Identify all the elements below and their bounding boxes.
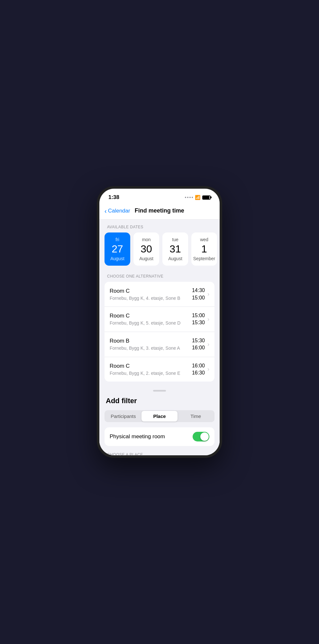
meeting-time-0: 14:30 15:00	[192, 287, 205, 301]
meeting-location-0: Fornebu, Bygg K, 4. etasje, Sone B	[110, 296, 192, 301]
alternatives-section: CHOOSE ONE ALTERNATIVE Room C Fornebu, B…	[99, 271, 220, 382]
meeting-location-2: Fornebu, Bygg K, 3. etasje, Sone A	[110, 346, 192, 351]
date-card-3[interactable]: wed 1 September	[191, 232, 217, 266]
nav-bar: ‹ Calendar Find meeting time	[99, 204, 220, 220]
toggle-label: Physical meeting room	[110, 433, 165, 440]
chevron-right-icon-0: ›	[207, 291, 209, 298]
back-button[interactable]: ‹ Calendar	[105, 208, 130, 214]
page-title: Find meeting time	[130, 207, 189, 214]
back-chevron-icon: ‹	[105, 208, 107, 214]
meeting-item-3[interactable]: Room C Fornebu, Bygg K, 2. etasje, Sone …	[105, 357, 214, 382]
chevron-right-icon-2: ›	[207, 341, 209, 348]
date-card-2[interactable]: tue 31 August	[162, 232, 188, 266]
handle-bar	[153, 390, 166, 392]
meeting-room-0: Room C	[110, 288, 192, 294]
meeting-time-3: 16:00 16:30	[192, 362, 205, 377]
signal-icon	[185, 197, 193, 198]
meeting-room-2: Room B	[110, 338, 192, 344]
sheet-handle[interactable]	[99, 387, 220, 392]
date-number-3: 1	[201, 243, 207, 255]
status-time: 1:38	[108, 194, 119, 201]
sheet-title: Add filter	[99, 392, 220, 410]
meeting-room-1: Room C	[110, 313, 192, 319]
meeting-info-0: Room C Fornebu, Bygg K, 4. etasje, Sone …	[110, 288, 192, 301]
available-dates-label: AVAILABLE DATES	[99, 220, 220, 232]
alternatives-list: Room C Fornebu, Bygg K, 4. etasje, Sone …	[105, 282, 214, 382]
date-scroll-area[interactable]: fri 27 August mon 30 August tue 31 Augus…	[99, 232, 220, 271]
meeting-time-1: 15:00 15:30	[192, 312, 205, 327]
date-month-3: September	[193, 256, 215, 261]
place-section-label: CHOOSE A PLACE	[99, 451, 220, 455]
physical-meeting-toggle-row: Physical meeting room	[105, 427, 214, 446]
alternatives-label: CHOOSE ONE ALTERNATIVE	[99, 271, 220, 282]
date-card-0[interactable]: fri 27 August	[105, 232, 130, 266]
date-number-2: 31	[169, 243, 181, 255]
phone-screen[interactable]: 1:38 📶 ‹ Calendar Find meeting tim	[99, 189, 220, 455]
meeting-info-3: Room C Fornebu, Bygg K, 2. etasje, Sone …	[110, 363, 192, 376]
meeting-room-3: Room C	[110, 363, 192, 369]
date-number-0: 27	[112, 243, 123, 255]
date-month-1: August	[139, 256, 153, 261]
meeting-info-1: Room C Fornebu, Bygg K, 5. etasje, Sone …	[110, 313, 192, 326]
date-month-0: August	[110, 256, 124, 261]
segment-place[interactable]: Place	[141, 411, 178, 421]
chevron-right-icon-3: ›	[207, 366, 209, 373]
meeting-info-2: Room B Fornebu, Bygg K, 3. etasje, Sone …	[110, 338, 192, 351]
meeting-location-3: Fornebu, Bygg K, 2. etasje, Sone E	[110, 371, 192, 376]
filter-segmented-control: Participants Place Time	[105, 410, 214, 422]
wifi-icon: 📶	[195, 195, 200, 200]
toggle-knob	[200, 432, 209, 441]
status-bar: 1:38 📶	[99, 189, 220, 204]
date-day-2: tue	[172, 237, 178, 242]
meeting-item-0[interactable]: Room C Fornebu, Bygg K, 4. etasje, Sone …	[105, 282, 214, 307]
toggle-switch[interactable]	[193, 432, 209, 441]
date-day-1: mon	[142, 237, 150, 242]
meeting-location-1: Fornebu, Bygg K, 5. etasje, Sone D	[110, 320, 192, 326]
date-card-1[interactable]: mon 30 August	[133, 232, 159, 266]
meeting-item-1[interactable]: Room C Fornebu, Bygg K, 5. etasje, Sone …	[105, 307, 214, 332]
date-day-0: fri	[115, 237, 119, 242]
back-label: Calendar	[108, 208, 130, 214]
chevron-right-icon-1: ›	[207, 316, 209, 323]
phone-frame: 1:38 📶 ‹ Calendar Find meeting tim	[97, 186, 222, 458]
date-day-3: wed	[200, 237, 208, 242]
segment-time[interactable]: Time	[178, 411, 214, 421]
filter-bottom-sheet: Add filter Participants Place Time Physi…	[99, 387, 220, 455]
status-icons: 📶	[185, 195, 211, 200]
meeting-item-2[interactable]: Room B Fornebu, Bygg K, 3. etasje, Sone …	[105, 332, 214, 357]
battery-icon	[202, 195, 211, 200]
date-month-2: August	[168, 256, 182, 261]
segment-participants[interactable]: Participants	[105, 411, 141, 421]
meeting-time-2: 15:30 16:00	[192, 337, 205, 352]
date-number-1: 30	[141, 243, 152, 255]
